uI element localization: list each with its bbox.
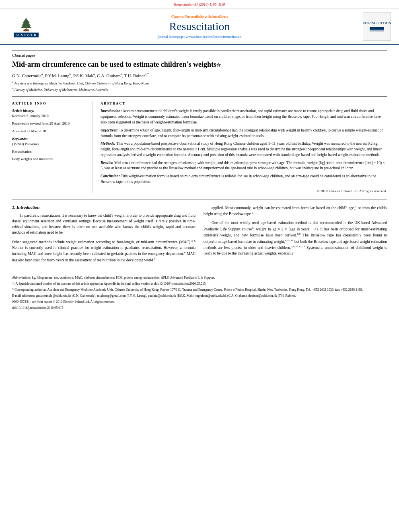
email-addresses: gncattermole@cuhk.edu.hk (G.N. Cattermol… [36,294,296,298]
footnote-emails: E-mail addresses: gncattermole@cuhk.edu.… [12,294,387,298]
footnote-doi: doi:10.1016/j.resuscitation.2010.05.015 [12,306,387,310]
results-label: Results: [101,161,113,165]
intro-label: Introduction: [101,109,122,113]
para2-text: Other suggested methods include weight e… [12,240,191,244]
journal-homepage: journal homepage: www.elsevier.com/locat… [44,35,355,39]
keywords-label: Keywords: [12,137,86,141]
ref-7: 7 [154,257,156,261]
abstract-text: Introduction: Accurate measurement of ch… [101,109,387,185]
ref-8-9: 8,9 [297,232,300,236]
ref-2-8-10-12-13: 2,8,10,12,13 [291,245,305,248]
journal-header: ELSEVIER Contents lists available at Sci… [0,8,399,45]
resuscitation-journal-logo: RESUSCITATION [363,12,391,41]
body-left-column: 1. Introduction In paediatric resuscitat… [12,205,195,266]
authors: G.N. Cattermolea, P.Y.M. Leungb, P.S.K. … [12,72,387,78]
journal-citation: Resuscitation 81 (2010) 1105–1110 [174,2,225,6]
conclusion-text: This weight-estimation formula based on … [101,174,376,184]
copyright: © 2010 Elsevier Ireland Ltd. All rights … [101,189,387,193]
ref-8-10-11: 8,10,11 [285,239,294,242]
journal-center: Contents lists available at ScienceDirec… [44,14,355,39]
accepted-date: Accepted 22 May 2010 [12,129,86,134]
elsevier-label: ELSEVIER [14,33,39,37]
intro-text: Accurate measurement of children's weigh… [101,109,381,124]
email-label: E-mail addresses: [12,294,35,298]
abstract-methods: Methods: This was a population-based pro… [101,141,387,158]
elsevier-tree-icon [16,16,36,32]
page-wrapper: Resuscitation 81 (2010) 1105–1110 ELSEVI… [0,0,399,317]
top-bar: Resuscitation 81 (2010) 1105–1110 [0,0,399,8]
objectives-text: To determine which of age, height, foot-… [101,128,383,138]
keywords-section: Keywords: (MeSH) Pediatrics Resuscitatio… [12,137,86,162]
body-content: 1. Introduction In paediatric resuscitat… [12,199,387,266]
conclusion-label: Conclusion: [101,174,120,178]
logo-right: RESUSCITATION [355,12,391,41]
body-columns: 1. Introduction In paediatric resuscitat… [12,205,387,266]
footnote-corresponding: * Corresponding author at: Accident and … [12,288,387,292]
abstract-column: ABSTRACT Introduction: Accurate measurem… [101,101,387,193]
footnote-issn: 0300-9572/$ – see front matter © 2010 El… [12,300,387,304]
ref-2: 2 [252,211,253,214]
para2-cont: Neither is currently used in clinical pr… [12,246,195,256]
resuscitation-logo-title: RESUSCITATION [362,21,391,25]
homepage-prefix: journal homepage: [158,35,185,39]
sciencedirect-prefix: Contents lists available at [171,14,208,18]
authors-text: G.N. Cattermolea, P.Y.M. Leungb, P.S.K. … [12,73,149,78]
abstract-introduction: Introduction: Accurate measurement of ch… [101,109,387,125]
ref-3-5: 3–5 [191,239,196,242]
logo-line-2 [370,28,384,29]
article-type: Clinical paper [12,50,387,58]
keyword-1: (MeSH) Pediatrics [12,142,86,147]
history-label: Article history: [12,109,86,113]
section1-title: 1. Introduction [12,205,195,210]
results-text: Mid-arm circumference had the strongest … [101,161,385,170]
revised-date: Received in revised form 20 April 2010 [12,121,86,126]
svg-rect-5 [23,29,29,31]
logo-line-3 [370,29,384,30]
body-para1-right: applied. Most commonly, weight can be es… [204,205,387,217]
methods-text: This was a population-based prospective … [101,142,382,157]
para1-right-text: applied. Most commonly, weight can be es… [212,206,355,210]
journal-title: Resuscitation [44,20,355,33]
methods-label: Methods: [101,142,115,146]
homepage-url[interactable]: www.elsevier.com/locate/resuscitation [186,35,241,39]
body-para1: In paediatric resuscitation, it is neces… [12,213,195,236]
affiliation-b: b Faculty of Medicine, University of Mel… [12,87,387,92]
body-para2: Other suggested methods include weight e… [12,239,195,263]
body-para3-right: One of the most widely used age-based es… [204,220,387,256]
affiliation-a: a Accident and Emergency Medicine Academ… [12,80,387,86]
objectives-label: Objectives: [101,128,118,132]
resuscitation-logo-lines [370,27,384,32]
sciencedirect-link[interactable]: ScienceDirect [208,14,228,18]
affiliations: a Accident and Emergency Medicine Academ… [12,80,387,92]
received-date: Received 5 January 2010 [12,113,86,119]
abstract-conclusion: Conclusion: This weight-estimation formu… [101,174,387,185]
article-info-section-title: ARTICLE INFO [12,101,86,105]
abstract-objectives: Objectives: To determine which of age, h… [101,128,387,139]
article-info-column: ARTICLE INFO Article history: Received 5… [12,101,93,193]
footnote-abbreviations: Abbreviations: kg, kilogramme; cm, centi… [12,275,387,280]
body-right-column: applied. Most commonly, weight can be es… [204,205,387,266]
logo-line-4 [370,31,384,31]
sciencedirect-line: Contents lists available at ScienceDirec… [44,14,355,18]
footnote-star: ☆ A Spanish translated version of the ab… [12,281,387,286]
main-content: Clinical paper Mid-arm circumference can… [0,45,399,317]
footnotes-section: Abbreviations: kg, kilogramme; cm, centi… [12,272,387,310]
keyword-3: Body weights and measures [12,156,86,162]
abstract-results: Results: Mid-arm circumference had the s… [101,160,387,172]
article-body-columns: ARTICLE INFO Article history: Received 5… [12,96,387,193]
title-star: ☆ [216,62,221,68]
logo-line-1 [370,27,384,28]
keyword-2: Resuscitation [12,149,86,154]
article-title-text: Mid-arm circumference can be used to est… [12,60,216,68]
logo-left: ELSEVIER [8,16,44,37]
body-para1-text: In paediatric resuscitation, it is neces… [12,214,195,235]
article-title: Mid-arm circumference can be used to est… [12,60,387,69]
abstract-section-title: ABSTRACT [101,101,387,105]
